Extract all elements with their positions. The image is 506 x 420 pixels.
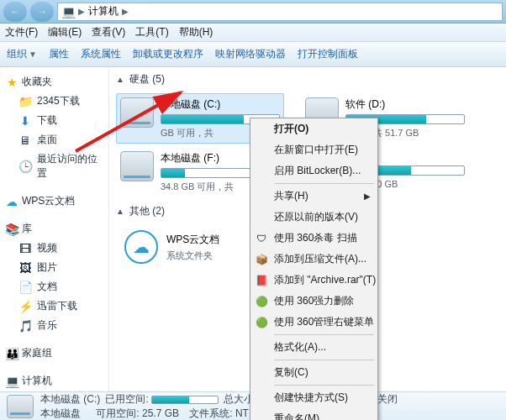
sidebar-item-music[interactable]: 🎵音乐 <box>2 316 107 335</box>
drive-icon <box>7 395 34 418</box>
breadcrumb[interactable]: 计算机 <box>88 4 119 18</box>
ctx-separator <box>274 183 374 184</box>
tool-control-panel[interactable]: 打开控制面板 <box>298 47 358 61</box>
sidebar-item-2345[interactable]: 📁2345下载 <box>2 92 107 111</box>
tool-bar: 组织 ▼ 属性 系统属性 卸载或更改程序 映射网络驱动器 打开控制面板 <box>0 42 506 67</box>
ctx-open[interactable]: 打开(O) <box>250 118 377 139</box>
rar-icon: 📕 <box>254 275 269 286</box>
sidebar-item-images[interactable]: 🖼图片 <box>2 258 107 277</box>
sidebar-libraries-head[interactable]: 📚库 <box>2 219 107 239</box>
desktop-icon: 🖥 <box>18 134 32 147</box>
ctx-360-menu[interactable]: 🟢使用 360管理右键菜单 <box>250 312 377 333</box>
tool-properties[interactable]: 属性 <box>49 47 69 61</box>
sidebar-item-docs[interactable]: 📄文档 <box>2 277 107 297</box>
ctx-separator <box>274 360 374 360</box>
sidebar: ★收藏夹 📁2345下载 ⬇下载 🖥桌面 🕒最近访问的位置 ☁WPS云文档 📚库… <box>0 67 109 391</box>
nav-back-button[interactable]: ← <box>3 2 27 22</box>
ctx-add-archive[interactable]: 📦添加到压缩文件(A)... <box>250 249 377 270</box>
ctx-copy[interactable]: 复制(C) <box>250 362 377 383</box>
menu-file[interactable]: 文件(F) <box>5 25 38 39</box>
menu-edit[interactable]: 编辑(E) <box>48 25 82 39</box>
tool-map-drive[interactable]: 映射网络驱动器 <box>215 47 286 61</box>
tool-sys-properties[interactable]: 系统属性 <box>81 47 121 61</box>
music-icon: 🎵 <box>18 319 32 333</box>
menu-bar: 文件(F) 编辑(E) 查看(V) 工具(T) 帮助(H) <box>0 24 506 42</box>
sidebar-cloud[interactable]: ☁WPS云文档 <box>2 192 107 211</box>
doc-icon: 📄 <box>18 281 32 294</box>
status-used-label: 已用空间: <box>105 393 148 405</box>
triangle-icon: ▲ <box>116 207 124 216</box>
ctx-separator <box>274 334 374 335</box>
ctx-new-window[interactable]: 在新窗口中打开(E) <box>250 139 377 160</box>
drive-title: 软件 (D:) <box>345 97 465 112</box>
address-bar[interactable]: 💻 ▶ 计算机 ▶ <box>57 3 503 21</box>
status-free: 可用空间: 25.7 GB <box>96 407 179 419</box>
sidebar-computer[interactable]: 💻计算机 <box>2 371 107 391</box>
other-wps-cloud[interactable]: ☁ WPS云文档 系统文件夹 <box>116 225 228 269</box>
home-icon: 👪 <box>5 347 18 360</box>
video-icon: 🎞 <box>18 242 32 255</box>
library-icon: 📚 <box>5 223 18 236</box>
shield-icon: 🛡 <box>254 233 269 244</box>
status-title: 本地磁盘 (C:) <box>40 393 100 405</box>
chevron-right-icon: ▶ <box>78 7 85 16</box>
tool-organize[interactable]: 组织 ▼ <box>7 47 37 61</box>
other-sub: 系统文件夹 <box>166 249 219 262</box>
ctx-360-scan[interactable]: 🛡使用 360杀毒 扫描 <box>250 228 377 249</box>
menu-view[interactable]: 查看(V) <box>92 25 125 39</box>
recent-icon: 🕒 <box>18 160 32 173</box>
cloud-icon: ☁ <box>124 230 158 264</box>
context-menu: 打开(O) 在新窗口中打开(E) 启用 BitLocker(B)... 共享(H… <box>250 118 378 420</box>
ctx-bitlocker[interactable]: 启用 BitLocker(B)... <box>250 160 377 181</box>
star-icon: ★ <box>5 76 18 89</box>
archive-icon: 📦 <box>254 254 269 265</box>
sidebar-item-video[interactable]: 🎞视频 <box>2 239 107 258</box>
arrow-left-icon: ← <box>10 5 21 18</box>
sidebar-item-recent[interactable]: 🕒最近访问的位置 <box>2 150 107 183</box>
green-dot-icon: 🟢 <box>254 317 269 328</box>
folder-icon: 📁 <box>18 95 32 108</box>
other-title: WPS云文档 <box>166 233 219 247</box>
title-bar: ← → 💻 ▶ 计算机 ▶ <box>0 0 506 24</box>
triangle-icon: ▲ <box>116 75 124 84</box>
menu-tools[interactable]: 工具(T) <box>135 25 168 39</box>
download-icon: ⬇ <box>18 114 32 128</box>
ctx-share[interactable]: 共享(H)▶ <box>250 186 377 207</box>
status-usage-bar <box>151 396 219 404</box>
ctx-add-rar[interactable]: 📕添加到 "Archive.rar"(T) <box>250 270 377 291</box>
computer-icon: 💻 <box>61 5 75 18</box>
tool-uninstall[interactable]: 卸载或更改程序 <box>133 47 203 61</box>
ctx-shortcut[interactable]: 创建快捷方式(S) <box>250 387 377 408</box>
chevron-right-icon: ▶ <box>122 7 129 16</box>
green-dot-icon: 🟢 <box>254 296 269 307</box>
ctx-360-delete[interactable]: 🟢使用 360强力删除 <box>250 291 377 312</box>
sidebar-item-downloads[interactable]: ⬇下载 <box>2 111 107 130</box>
computer-icon: 💻 <box>5 375 18 388</box>
chevron-right-icon: ▶ <box>364 192 371 201</box>
drive-icon <box>120 151 154 181</box>
nav-forward-button[interactable]: → <box>30 2 54 22</box>
ctx-restore-versions[interactable]: 还原以前的版本(V) <box>250 207 377 228</box>
drive-icon <box>120 97 154 128</box>
status-sub-title: 本地磁盘 <box>40 407 81 419</box>
sidebar-favorites-head[interactable]: ★收藏夹 <box>2 72 107 92</box>
section-hard-drives[interactable]: ▲硬盘 (5) <box>109 67 506 92</box>
ctx-rename[interactable]: 重命名(M) <box>250 408 377 420</box>
sidebar-homegroup[interactable]: 👪家庭组 <box>2 344 107 363</box>
drive-title: 本地磁盘 (C:) <box>161 97 280 112</box>
menu-help[interactable]: 帮助(H) <box>179 25 213 39</box>
thunder-icon: ⚡ <box>18 300 32 313</box>
image-icon: 🖼 <box>18 261 32 275</box>
sidebar-item-thunder[interactable]: ⚡迅雷下载 <box>2 297 107 316</box>
ctx-separator <box>274 385 374 386</box>
sidebar-item-desktop[interactable]: 🖥桌面 <box>2 130 107 150</box>
cloud-icon: ☁ <box>5 195 18 208</box>
ctx-format[interactable]: 格式化(A)... <box>250 337 377 358</box>
arrow-right-icon: → <box>37 5 48 18</box>
